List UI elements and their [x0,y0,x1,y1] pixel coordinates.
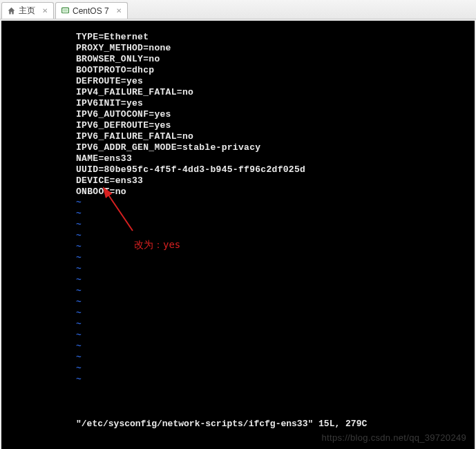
vi-tilde: ~ [1,363,475,374]
config-line: BROWSER_ONLY=no [1,54,475,65]
vi-tilde: ~ [1,341,475,352]
tab-label: 主页 [19,5,35,17]
config-line: ONBOOT=no [1,187,475,198]
terminal-window[interactable]: TYPE=EthernetPROXY_METHOD=noneBROWSER_ON… [1,21,475,449]
tab-label: CentOS 7 [73,6,109,16]
config-line: TYPE=Ethernet [1,32,475,43]
config-line: IPV6_DEFROUTE=yes [1,120,475,131]
vi-tilde: ~ [1,209,475,220]
vi-tilde: ~ [1,297,475,308]
config-line: DEVICE=ens33 [1,175,475,187]
config-line: IPV6_AUTOCONF=yes [1,109,475,120]
config-line: IPV6_ADDR_GEN_MODE=stable-privacy [1,142,475,153]
config-line: IPV6INIT=yes [1,98,475,109]
vi-empty-lines: ~~~~~~~~~~~~~~~~~ [1,198,475,385]
vm-icon [60,6,70,16]
close-icon[interactable]: ✕ [41,7,49,15]
vi-tilde: ~ [1,253,475,264]
vi-tilde: ~ [1,198,475,209]
config-line: IPV6_FAILURE_FATAL=no [1,131,475,142]
watermark: https://blog.csdn.net/qq_39720249 [322,432,466,443]
tab-centos[interactable]: CentOS 7 ✕ [55,2,128,19]
vi-tilde: ~ [1,220,475,231]
config-line: PROXY_METHOD=none [1,43,475,54]
vi-tilde: ~ [1,231,475,242]
vi-tilde: ~ [1,308,475,319]
home-icon [6,6,16,16]
annotation-text: 改为：yes [134,239,180,250]
tab-home[interactable]: 主页 ✕ [1,2,54,19]
vi-tilde: ~ [1,242,475,253]
config-content: TYPE=EthernetPROXY_METHOD=noneBROWSER_ON… [1,32,475,198]
vi-tilde: ~ [1,319,475,330]
vi-tilde: ~ [1,275,475,286]
vi-tilde: ~ [1,264,475,275]
vi-tilde: ~ [1,374,475,385]
vi-tilde: ~ [1,330,475,341]
vi-status-line: "/etc/sysconfig/network-scripts/ifcfg-en… [76,419,367,430]
config-line: DEFROUTE=yes [1,76,475,87]
config-line: NAME=ens33 [1,153,475,164]
config-line: BOOTPROTO=dhcp [1,65,475,76]
config-line: IPV4_FAILURE_FATAL=no [1,87,475,98]
vi-tilde: ~ [1,286,475,297]
tab-bar: 主页 ✕ CentOS 7 ✕ [0,0,476,19]
svg-rect-1 [63,9,68,12]
close-icon[interactable]: ✕ [115,7,123,15]
config-line: UUID=80be95fc-4f5f-4dd3-b945-ff96c2df025… [1,164,475,175]
vi-tilde: ~ [1,352,475,363]
